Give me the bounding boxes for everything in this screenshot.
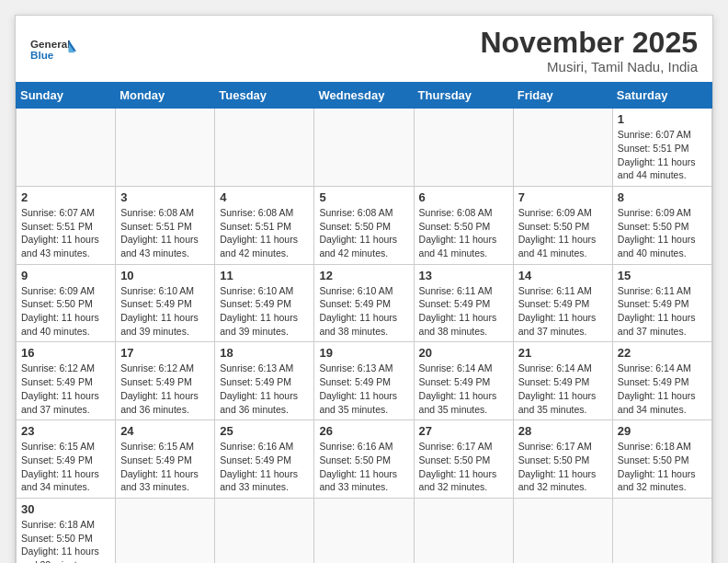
day-number: 12 (319, 269, 408, 282)
calendar-cell: 7Sunrise: 6:09 AM Sunset: 5:50 PM Daylig… (513, 186, 612, 264)
calendar-header: General Blue November 2025 Musiri, Tamil… (16, 16, 712, 82)
calendar-cell: 11Sunrise: 6:10 AM Sunset: 5:49 PM Dayli… (215, 264, 314, 342)
calendar-cell: 29Sunrise: 6:18 AM Sunset: 5:50 PM Dayli… (612, 420, 711, 499)
generalblue-logo-icon: General Blue (30, 36, 76, 63)
calendar-container: General Blue November 2025 Musiri, Tamil… (15, 15, 713, 563)
calendar-cell (314, 109, 414, 187)
day-of-week-header: Thursday (414, 83, 513, 109)
day-info: Sunrise: 6:09 AM Sunset: 5:50 PM Dayligh… (21, 284, 110, 339)
day-info: Sunrise: 6:12 AM Sunset: 5:49 PM Dayligh… (120, 362, 210, 416)
day-info: Sunrise: 6:11 AM Sunset: 5:49 PM Dayligh… (518, 284, 608, 339)
day-info: Sunrise: 6:10 AM Sunset: 5:49 PM Dayligh… (319, 284, 408, 339)
day-info: Sunrise: 6:08 AM Sunset: 5:51 PM Dayligh… (120, 206, 210, 260)
day-number: 16 (21, 346, 110, 360)
day-number: 9 (21, 269, 110, 282)
calendar-week-row: 23Sunrise: 6:15 AM Sunset: 5:49 PM Dayli… (17, 420, 712, 499)
day-of-week-header: Wednesday (314, 83, 414, 109)
day-info: Sunrise: 6:15 AM Sunset: 5:49 PM Dayligh… (120, 440, 210, 494)
day-number: 13 (419, 269, 508, 282)
day-number: 14 (518, 269, 608, 282)
calendar-cell: 20Sunrise: 6:14 AM Sunset: 5:49 PM Dayli… (414, 342, 513, 420)
day-info: Sunrise: 6:10 AM Sunset: 5:49 PM Dayligh… (220, 284, 309, 339)
calendar-cell: 25Sunrise: 6:16 AM Sunset: 5:49 PM Dayli… (215, 420, 314, 499)
calendar-cell: 27Sunrise: 6:17 AM Sunset: 5:50 PM Dayli… (414, 420, 513, 499)
calendar-cell: 8Sunrise: 6:09 AM Sunset: 5:50 PM Daylig… (612, 186, 711, 264)
day-info: Sunrise: 6:18 AM Sunset: 5:50 PM Dayligh… (21, 518, 110, 563)
day-number: 29 (618, 424, 707, 438)
day-info: Sunrise: 6:10 AM Sunset: 5:49 PM Dayligh… (120, 284, 210, 339)
calendar-cell: 30Sunrise: 6:18 AM Sunset: 5:50 PM Dayli… (17, 498, 116, 563)
calendar-week-row: 2Sunrise: 6:07 AM Sunset: 5:51 PM Daylig… (17, 186, 712, 264)
calendar-week-row: 9Sunrise: 6:09 AM Sunset: 5:50 PM Daylig… (17, 264, 712, 342)
calendar-body: 1Sunrise: 6:07 AM Sunset: 5:51 PM Daylig… (17, 109, 712, 563)
title-area: November 2025 Musiri, Tamil Nadu, India (480, 27, 698, 75)
calendar-cell: 17Sunrise: 6:12 AM Sunset: 5:49 PM Dayli… (116, 342, 215, 420)
day-info: Sunrise: 6:07 AM Sunset: 5:51 PM Dayligh… (618, 128, 707, 182)
calendar-cell (612, 498, 711, 563)
calendar-cell: 28Sunrise: 6:17 AM Sunset: 5:50 PM Dayli… (513, 420, 612, 499)
calendar-week-row: 16Sunrise: 6:12 AM Sunset: 5:49 PM Dayli… (17, 342, 712, 420)
day-number: 20 (419, 346, 508, 360)
calendar-cell: 26Sunrise: 6:16 AM Sunset: 5:50 PM Dayli… (314, 420, 414, 499)
location: Musiri, Tamil Nadu, India (480, 59, 698, 75)
calendar-cell (513, 498, 612, 563)
day-info: Sunrise: 6:11 AM Sunset: 5:49 PM Dayligh… (419, 284, 508, 339)
day-info: Sunrise: 6:09 AM Sunset: 5:50 PM Dayligh… (618, 206, 707, 260)
day-of-week-header: Monday (116, 83, 215, 109)
svg-text:Blue: Blue (30, 49, 54, 61)
calendar-table: SundayMondayTuesdayWednesdayThursdayFrid… (16, 82, 712, 563)
calendar-cell: 15Sunrise: 6:11 AM Sunset: 5:49 PM Dayli… (612, 264, 711, 342)
day-info: Sunrise: 6:15 AM Sunset: 5:49 PM Dayligh… (21, 440, 110, 494)
calendar-cell: 13Sunrise: 6:11 AM Sunset: 5:49 PM Dayli… (414, 264, 513, 342)
calendar-cell: 4Sunrise: 6:08 AM Sunset: 5:51 PM Daylig… (215, 186, 314, 264)
calendar-cell: 10Sunrise: 6:10 AM Sunset: 5:49 PM Dayli… (116, 264, 215, 342)
calendar-cell (314, 498, 414, 563)
day-info: Sunrise: 6:16 AM Sunset: 5:49 PM Dayligh… (220, 440, 309, 494)
day-number: 23 (21, 424, 110, 438)
calendar-cell: 19Sunrise: 6:13 AM Sunset: 5:49 PM Dayli… (314, 342, 414, 420)
day-info: Sunrise: 6:08 AM Sunset: 5:50 PM Dayligh… (319, 206, 408, 260)
calendar-cell: 23Sunrise: 6:15 AM Sunset: 5:49 PM Dayli… (17, 420, 116, 499)
day-number: 15 (618, 269, 707, 282)
day-info: Sunrise: 6:13 AM Sunset: 5:49 PM Dayligh… (220, 362, 309, 416)
logo-area: General Blue (30, 36, 76, 65)
calendar-header-row: SundayMondayTuesdayWednesdayThursdayFrid… (17, 83, 712, 109)
calendar-cell: 24Sunrise: 6:15 AM Sunset: 5:49 PM Dayli… (116, 420, 215, 499)
day-info: Sunrise: 6:11 AM Sunset: 5:49 PM Dayligh… (618, 284, 707, 339)
day-number: 18 (220, 346, 309, 360)
calendar-cell: 9Sunrise: 6:09 AM Sunset: 5:50 PM Daylig… (17, 264, 116, 342)
day-number: 1 (618, 112, 707, 126)
calendar-cell (17, 109, 116, 187)
day-number: 10 (120, 269, 210, 282)
calendar-cell: 16Sunrise: 6:12 AM Sunset: 5:49 PM Dayli… (17, 342, 116, 420)
day-number: 3 (120, 190, 210, 204)
calendar-week-row: 1Sunrise: 6:07 AM Sunset: 5:51 PM Daylig… (17, 109, 712, 187)
calendar-cell: 14Sunrise: 6:11 AM Sunset: 5:49 PM Dayli… (513, 264, 612, 342)
day-info: Sunrise: 6:16 AM Sunset: 5:50 PM Dayligh… (319, 440, 408, 494)
day-of-week-header: Tuesday (215, 83, 314, 109)
days-of-week-row: SundayMondayTuesdayWednesdayThursdayFrid… (17, 83, 712, 109)
day-info: Sunrise: 6:09 AM Sunset: 5:50 PM Dayligh… (518, 206, 608, 260)
calendar-cell: 12Sunrise: 6:10 AM Sunset: 5:49 PM Dayli… (314, 264, 414, 342)
day-number: 24 (120, 424, 210, 438)
day-number: 21 (518, 346, 608, 360)
day-number: 26 (319, 424, 408, 438)
day-number: 19 (319, 346, 408, 360)
day-of-week-header: Sunday (17, 83, 116, 109)
calendar-cell: 22Sunrise: 6:14 AM Sunset: 5:49 PM Dayli… (612, 342, 711, 420)
calendar-cell: 3Sunrise: 6:08 AM Sunset: 5:51 PM Daylig… (116, 186, 215, 264)
day-info: Sunrise: 6:17 AM Sunset: 5:50 PM Dayligh… (518, 440, 608, 494)
calendar-cell (215, 109, 314, 187)
day-number: 27 (419, 424, 508, 438)
calendar-cell (414, 109, 513, 187)
calendar-cell: 2Sunrise: 6:07 AM Sunset: 5:51 PM Daylig… (17, 186, 116, 264)
day-info: Sunrise: 6:18 AM Sunset: 5:50 PM Dayligh… (618, 440, 707, 494)
day-number: 28 (518, 424, 608, 438)
day-info: Sunrise: 6:14 AM Sunset: 5:49 PM Dayligh… (518, 362, 608, 416)
day-info: Sunrise: 6:17 AM Sunset: 5:50 PM Dayligh… (419, 440, 508, 494)
calendar-cell: 5Sunrise: 6:08 AM Sunset: 5:50 PM Daylig… (314, 186, 414, 264)
day-number: 5 (319, 190, 408, 204)
calendar-cell (215, 498, 314, 563)
day-number: 2 (21, 190, 110, 204)
calendar-cell: 18Sunrise: 6:13 AM Sunset: 5:49 PM Dayli… (215, 342, 314, 420)
